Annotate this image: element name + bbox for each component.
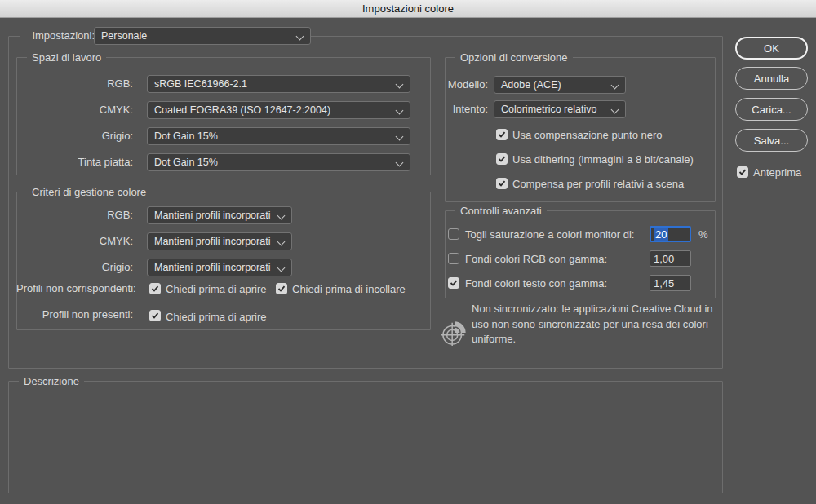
rgb-gamma-input[interactable]: 1,00 <box>650 250 691 267</box>
color-settings-dialog: Impostazioni colore Impostazioni: Person… <box>0 0 816 504</box>
text-gamma-value: 1,45 <box>654 277 674 290</box>
chevron-down-icon <box>611 82 619 90</box>
preview-label: Anteprima <box>753 166 801 179</box>
black-point-checkbox[interactable] <box>496 129 508 140</box>
description-title: Descrizione <box>19 374 84 388</box>
check-icon <box>277 285 286 293</box>
text-gamma-checkbox[interactable] <box>448 277 459 289</box>
engine-label: Modello: <box>439 76 488 94</box>
intent-select[interactable]: Colorimetrico relativo <box>494 100 626 118</box>
rgb-policy-select[interactable]: Mantieni profili incorporati <box>147 206 292 224</box>
check-icon <box>498 155 506 163</box>
chevron-down-icon <box>611 106 619 114</box>
check-icon <box>498 179 506 188</box>
cancel-button[interactable]: Annulla <box>735 67 808 90</box>
save-button[interactable]: Salva... <box>735 129 808 152</box>
ok-button[interactable]: OK <box>735 37 808 60</box>
rgb-gamma-label: Fondi colori RGB con gamma: <box>465 253 607 265</box>
mismatch-ask-paste-checkbox[interactable] <box>276 283 287 294</box>
dithering-label: Usa dithering (immagini a 8 bit/canale) <box>512 153 694 166</box>
engine-value: Adobe (ACE) <box>501 79 561 91</box>
desaturate-input[interactable]: 20 <box>650 226 691 242</box>
cm-gray-label: Grigio: <box>24 259 133 276</box>
missing-ask-open-label: Chiedi prima di aprire <box>166 311 267 323</box>
rgb-policy-value: Mantieni profili incorporati <box>154 210 270 221</box>
chevron-down-icon <box>396 159 404 167</box>
desaturate-monitor-label: Togli saturazione a colori monitor di: <box>465 228 634 241</box>
settings-select[interactable]: Personale <box>94 27 311 45</box>
ok-button-label: OK <box>764 42 779 55</box>
ws-spot-label: Tinta piatta: <box>24 153 133 171</box>
gray-workspace-select[interactable]: Dot Gain 15% <box>147 127 410 145</box>
cmyk-workspace-value: Coated FOGRA39 (ISO 12647-2:2004) <box>154 104 330 116</box>
mismatch-ask-open-label: Chiedi prima di aprire <box>166 283 267 295</box>
text-gamma-input[interactable]: 1,45 <box>650 275 691 291</box>
gray-policy-value: Mantieni profili incorporati <box>154 262 270 273</box>
spot-workspace-value: Dot Gain 15% <box>154 157 218 168</box>
intent-label: Intento: <box>439 100 488 118</box>
chevron-down-icon <box>296 33 304 41</box>
desaturate-monitor-checkbox[interactable] <box>448 228 459 240</box>
check-icon <box>151 285 159 293</box>
settings-select-value: Personale <box>101 30 147 42</box>
conversion-options-title: Opzioni di conversione <box>455 51 573 64</box>
chevron-down-icon <box>396 107 404 115</box>
rgb-workspace-value: sRGB IEC61966-2.1 <box>154 78 247 90</box>
cm-rgb-label: RGB: <box>24 206 133 224</box>
ws-cmyk-label: CMYK: <box>24 101 133 119</box>
check-icon <box>738 168 747 176</box>
percent-suffix: % <box>698 228 708 241</box>
engine-select[interactable]: Adobe (ACE) <box>494 76 626 94</box>
gray-policy-select[interactable]: Mantieni profili incorporati <box>147 259 292 276</box>
dialog-title: Impostazioni colore <box>362 2 454 15</box>
load-button-label: Carica... <box>752 104 791 116</box>
rgb-gamma-value: 1,00 <box>654 253 674 265</box>
mismatch-ask-paste-label: Chiedi prima di incollare <box>292 283 406 295</box>
working-spaces-title: Spazi di lavoro <box>27 51 106 64</box>
mismatch-ask-open-checkbox[interactable] <box>149 283 161 294</box>
text-gamma-label: Fondi colori testo con gamma: <box>465 277 607 290</box>
profile-missing-label: Profili non presenti: <box>16 308 133 321</box>
ws-gray-label: Grigio: <box>24 127 133 145</box>
description-group: Descrizione <box>8 381 723 493</box>
check-icon <box>450 279 458 287</box>
check-icon <box>151 312 159 320</box>
sync-status-icon <box>441 320 468 346</box>
chevron-down-icon <box>277 264 286 272</box>
rgb-workspace-select[interactable]: sRGB IEC61966-2.1 <box>147 75 410 93</box>
rgb-gamma-checkbox[interactable] <box>448 253 459 264</box>
color-management-title: Criteri di gestione colore <box>27 185 151 199</box>
scene-profiles-label: Compensa per profili relativi a scena <box>512 178 684 190</box>
dithering-checkbox[interactable] <box>496 153 508 165</box>
save-button-label: Salva... <box>754 135 789 147</box>
chevron-down-icon <box>277 212 286 220</box>
chevron-down-icon <box>396 133 404 141</box>
chevron-down-icon <box>396 81 404 89</box>
cm-cmyk-label: CMYK: <box>24 232 133 250</box>
check-icon <box>498 130 506 139</box>
ws-rgb-label: RGB: <box>24 75 133 93</box>
sync-status-text: Non sincronizzato: le applicazioni Creat… <box>472 302 718 347</box>
chevron-down-icon <box>277 238 286 246</box>
profile-mismatch-label: Profili non corrispondenti: <box>16 282 133 294</box>
missing-ask-open-checkbox[interactable] <box>149 310 161 321</box>
settings-label: Impostazioni: <box>32 27 95 45</box>
cmyk-policy-value: Mantieni profili incorporati <box>154 236 270 247</box>
cmyk-workspace-select[interactable]: Coated FOGRA39 (ISO 12647-2:2004) <box>147 101 410 119</box>
scene-profiles-checkbox[interactable] <box>496 178 508 189</box>
gray-workspace-value: Dot Gain 15% <box>154 130 218 142</box>
load-button[interactable]: Carica... <box>735 98 808 121</box>
cancel-button-label: Annulla <box>754 73 789 85</box>
intent-value: Colorimetrico relativo <box>501 104 596 115</box>
preview-checkbox[interactable] <box>737 166 748 178</box>
cmyk-policy-select[interactable]: Mantieni profili incorporati <box>147 232 292 250</box>
black-point-label: Usa compensazione punto nero <box>512 129 663 141</box>
desaturate-value: 20 <box>654 228 668 241</box>
advanced-controls-title: Controlli avanzati <box>455 204 547 218</box>
spot-workspace-select[interactable]: Dot Gain 15% <box>147 153 410 171</box>
title-bar[interactable]: Impostazioni colore <box>0 0 816 18</box>
